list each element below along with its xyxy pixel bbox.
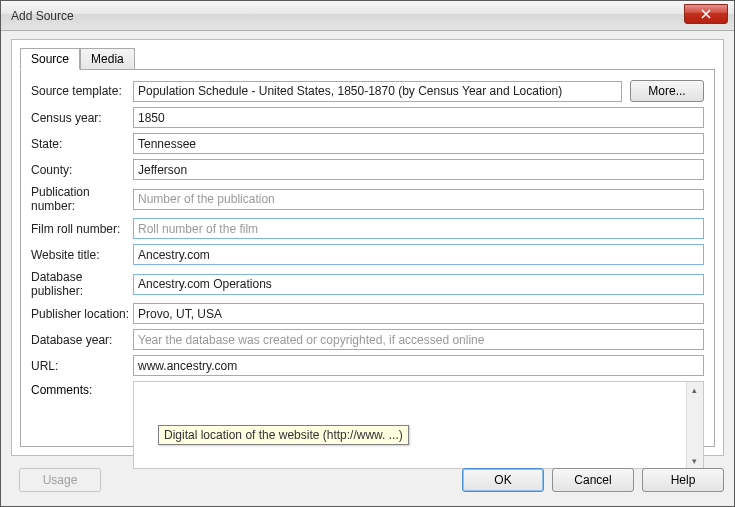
film-roll-input[interactable]	[133, 218, 704, 239]
website-title-input[interactable]	[133, 244, 704, 265]
tab-media[interactable]: Media	[80, 48, 135, 70]
source-template-input[interactable]	[133, 81, 622, 102]
source-tab-panel: Source template: More... Census year: St…	[20, 69, 715, 447]
scrollbar[interactable]: ▴ ▾	[686, 382, 703, 468]
publisher-location-label: Publisher location:	[31, 307, 133, 321]
more-button[interactable]: More...	[630, 80, 704, 102]
help-button[interactable]: Help	[642, 468, 724, 492]
state-input[interactable]	[133, 133, 704, 154]
tab-source[interactable]: Source	[20, 48, 80, 70]
dialog-footer: Usage OK Cancel Help	[11, 464, 724, 496]
publication-number-input[interactable]	[133, 189, 704, 210]
url-tooltip: Digital location of the website (http://…	[158, 425, 409, 445]
tab-strip: SourceMedia	[20, 48, 135, 70]
scroll-up-icon: ▴	[688, 383, 701, 396]
cancel-button[interactable]: Cancel	[552, 468, 634, 492]
state-label: State:	[31, 137, 133, 151]
database-year-label: Database year:	[31, 333, 133, 347]
census-year-input[interactable]	[133, 107, 704, 128]
titlebar: Add Source	[1, 1, 734, 31]
source-template-label: Source template:	[31, 84, 133, 98]
database-publisher-label: Database publisher:	[31, 270, 133, 298]
usage-button[interactable]: Usage	[19, 468, 101, 492]
county-label: County:	[31, 163, 133, 177]
census-year-label: Census year:	[31, 111, 133, 125]
url-input[interactable]	[133, 355, 704, 376]
database-publisher-input[interactable]	[133, 274, 704, 295]
comments-label: Comments:	[31, 381, 133, 397]
publication-number-label: Publication number:	[31, 185, 133, 213]
county-input[interactable]	[133, 159, 704, 180]
publisher-location-input[interactable]	[133, 303, 704, 324]
database-year-input[interactable]	[133, 329, 704, 350]
website-title-label: Website title:	[31, 248, 133, 262]
film-roll-label: Film roll number:	[31, 222, 133, 236]
close-icon	[701, 9, 711, 19]
add-source-window: Add Source SourceMedia Source template: …	[0, 0, 735, 507]
close-button[interactable]	[684, 4, 728, 24]
ok-button[interactable]: OK	[462, 468, 544, 492]
window-title: Add Source	[11, 9, 74, 23]
client-area: SourceMedia Source template: More... Cen…	[11, 39, 724, 456]
url-label: URL:	[31, 359, 133, 373]
